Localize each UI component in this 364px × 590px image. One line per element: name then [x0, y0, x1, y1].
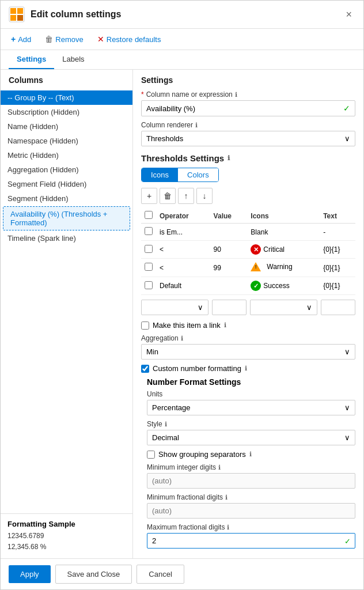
column-item-segment-field[interactable]: Segment Field (Hidden) [1, 177, 132, 191]
main-content: Columns -- Group By -- (Text) Subscripti… [1, 70, 363, 558]
row-checkbox-4[interactable] [145, 281, 153, 289]
min-frac-info-icon[interactable]: ℹ [225, 494, 227, 501]
critical-icon: ✕ [251, 244, 261, 255]
make-link-label: Make this item a link [153, 321, 221, 330]
style-group: Style ℹ Decimal ∨ [147, 420, 355, 445]
threshold-add-button[interactable]: + [141, 188, 157, 204]
aggregation-chevron-icon: ∨ [344, 347, 350, 356]
formatting-sample-val2: 12,345.68 % [7, 542, 126, 553]
tab-settings[interactable]: Settings [9, 50, 54, 69]
column-name-info-icon[interactable]: ℹ [235, 91, 237, 99]
min-frac-input[interactable] [147, 503, 355, 519]
aggregation-label: Aggregation ℹ [141, 334, 355, 342]
min-frac-label: Minimum fractional digits ℹ [147, 493, 355, 501]
row-checkbox-3[interactable] [145, 263, 153, 271]
max-frac-check-icon: ✓ [344, 536, 351, 545]
threshold-down-button[interactable]: ↓ [196, 188, 213, 204]
chevron-icon: ∨ [198, 303, 203, 312]
table-row: < 99 ! Warning {0}{1} [141, 259, 355, 277]
column-item-subscription[interactable]: Subscription (Hidden) [1, 105, 132, 119]
row-operator-2: < [156, 241, 210, 259]
table-header-operator: Operator [156, 209, 210, 224]
icons-toggle-button[interactable]: Icons [142, 168, 178, 181]
column-name-group: * Column name or expression ℹ Availabili… [141, 90, 355, 116]
chevron-icon-2: ∨ [306, 303, 312, 312]
close-button[interactable]: × [342, 7, 355, 22]
formatting-sample-title: Formatting Sample [7, 520, 126, 528]
style-select[interactable]: Decimal ∨ [147, 430, 355, 445]
make-link-checkbox[interactable] [141, 322, 149, 330]
trash-icon: 🗑 [45, 35, 53, 44]
row-checkbox-2[interactable] [145, 245, 153, 253]
grouping-checkbox[interactable] [147, 451, 155, 459]
max-frac-label: Maximum fractional digits ℹ [147, 523, 355, 531]
table-row: < 90 ✕ Critical {0}{1} [141, 241, 355, 259]
cancel-button[interactable]: Cancel [136, 565, 184, 584]
column-item-timeline[interactable]: Timeline (Spark line) [1, 231, 132, 245]
column-item-availability[interactable]: Availability (%) (Thresholds + Formatted… [3, 206, 130, 230]
bottom-bar: Apply Save and Close Cancel [1, 558, 363, 589]
row-value-4 [210, 277, 248, 295]
table-row: Default ✓ Success {0}{1} [141, 277, 355, 295]
number-format-title: Number Format Settings [147, 377, 355, 387]
select-all-checkbox[interactable] [145, 211, 153, 219]
column-renderer-group: Column renderer ℹ Thresholds ∨ [141, 121, 355, 146]
row-value-3: 99 [210, 259, 248, 277]
min-int-input[interactable] [147, 473, 355, 489]
apply-button[interactable]: Apply [9, 565, 51, 583]
column-item-namespace[interactable]: Namespace (Hidden) [1, 134, 132, 148]
column-name-input[interactable]: Availability (%) ✓ [141, 100, 355, 116]
custom-format-info-icon[interactable]: ℹ [245, 365, 247, 372]
make-link-info-icon[interactable]: ℹ [224, 322, 226, 329]
row-icon-2: ✕ Critical [247, 241, 320, 259]
threshold-value-input[interactable] [212, 300, 247, 315]
row-icon-label-4: Success [263, 282, 289, 290]
min-int-info-icon[interactable]: ℹ [218, 464, 221, 471]
restore-defaults-button[interactable]: ✕ Restore defaults [95, 33, 164, 45]
row-checkbox-1[interactable] [145, 227, 153, 235]
threshold-remove-button[interactable]: 🗑 [160, 188, 176, 204]
aggregation-select[interactable]: Min ∨ [141, 344, 355, 360]
row-icon-4: ✓ Success [247, 277, 320, 295]
add-icon: + [11, 35, 16, 44]
units-select[interactable]: Percentage ∨ [147, 400, 355, 415]
aggregation-info-icon[interactable]: ℹ [181, 335, 183, 342]
svg-rect-2 [17, 8, 23, 14]
add-button[interactable]: + Add [9, 33, 33, 45]
threshold-mini-toolbar: + 🗑 ↑ ↓ [141, 188, 355, 204]
custom-format-checkbox[interactable] [141, 365, 149, 373]
column-renderer-info-icon[interactable]: ℹ [195, 122, 198, 129]
column-item-segment[interactable]: Segment (Hidden) [1, 191, 132, 206]
save-close-button[interactable]: Save and Close [55, 565, 132, 584]
grouping-info-icon[interactable]: ℹ [249, 451, 252, 458]
min-int-label: Minimum integer digits ℹ [147, 463, 355, 471]
svg-rect-4 [17, 15, 23, 21]
threshold-icon-select[interactable]: ∨ [250, 300, 317, 315]
row-text-2: {0}{1} [320, 241, 355, 259]
max-frac-input[interactable] [147, 533, 355, 549]
tab-labels[interactable]: Labels [54, 50, 92, 69]
formatting-sample: Formatting Sample 12345.6789 12,345.68 % [1, 513, 132, 558]
threshold-up-button[interactable]: ↑ [178, 188, 194, 204]
threshold-dropdown-row: ∨ ∨ [141, 300, 355, 315]
row-text-3: {0}{1} [320, 259, 355, 277]
threshold-operator-select[interactable]: ∨ [141, 300, 208, 315]
warning-icon: ! [251, 262, 261, 271]
max-frac-group: Maximum fractional digits ℹ ✓ [147, 523, 355, 549]
column-item-metric[interactable]: Metric (Hidden) [1, 148, 132, 162]
column-item-group-by[interactable]: -- Group By -- (Text) [1, 90, 132, 105]
svg-rect-1 [10, 8, 16, 14]
colors-toggle-button[interactable]: Colors [178, 168, 218, 181]
style-info-icon[interactable]: ℹ [165, 421, 167, 428]
units-group: Units Percentage ∨ [147, 390, 355, 415]
threshold-text-input[interactable] [321, 300, 355, 315]
max-frac-info-icon[interactable]: ℹ [227, 524, 229, 531]
remove-button[interactable]: 🗑 Remove [43, 33, 85, 45]
column-item-name[interactable]: Name (Hidden) [1, 119, 132, 134]
column-renderer-label: Column renderer ℹ [141, 121, 355, 129]
table-header-check [141, 209, 156, 224]
column-renderer-select[interactable]: Thresholds ∨ [141, 131, 355, 146]
column-item-aggregation[interactable]: Aggregation (Hidden) [1, 162, 132, 177]
row-operator-4: Default [156, 277, 210, 295]
thresholds-info-icon[interactable]: ℹ [227, 154, 230, 162]
